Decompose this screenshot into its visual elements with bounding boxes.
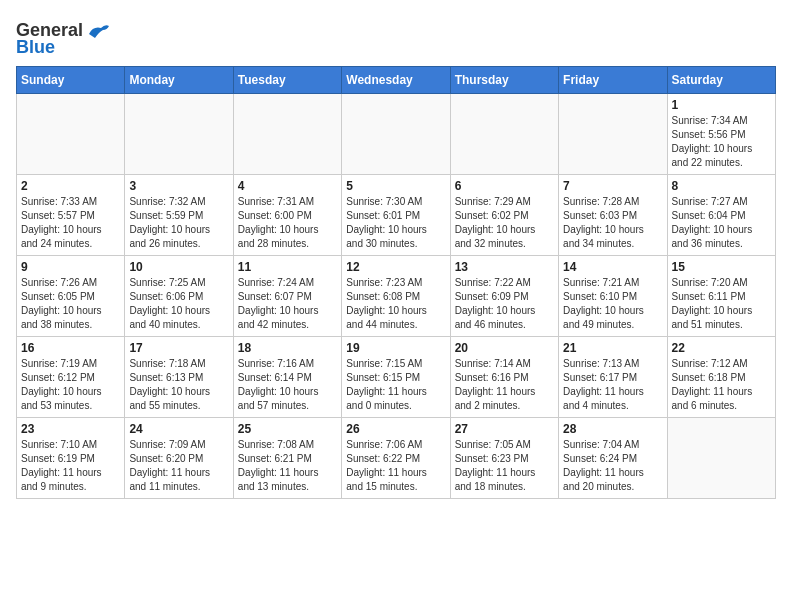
calendar-cell: 2Sunrise: 7:33 AMSunset: 5:57 PMDaylight… — [17, 175, 125, 256]
calendar-cell — [233, 94, 341, 175]
day-number: 21 — [563, 341, 662, 355]
day-info: Sunrise: 7:18 AMSunset: 6:13 PMDaylight:… — [129, 357, 228, 413]
day-info: Sunrise: 7:25 AMSunset: 6:06 PMDaylight:… — [129, 276, 228, 332]
weekday-header-thursday: Thursday — [450, 67, 558, 94]
day-number: 8 — [672, 179, 771, 193]
day-info: Sunrise: 7:19 AMSunset: 6:12 PMDaylight:… — [21, 357, 120, 413]
calendar-cell: 16Sunrise: 7:19 AMSunset: 6:12 PMDayligh… — [17, 337, 125, 418]
day-info: Sunrise: 7:10 AMSunset: 6:19 PMDaylight:… — [21, 438, 120, 494]
day-info: Sunrise: 7:28 AMSunset: 6:03 PMDaylight:… — [563, 195, 662, 251]
day-info: Sunrise: 7:24 AMSunset: 6:07 PMDaylight:… — [238, 276, 337, 332]
calendar-cell: 24Sunrise: 7:09 AMSunset: 6:20 PMDayligh… — [125, 418, 233, 499]
day-info: Sunrise: 7:26 AMSunset: 6:05 PMDaylight:… — [21, 276, 120, 332]
day-number: 26 — [346, 422, 445, 436]
calendar-cell — [17, 94, 125, 175]
calendar-cell: 7Sunrise: 7:28 AMSunset: 6:03 PMDaylight… — [559, 175, 667, 256]
day-info: Sunrise: 7:22 AMSunset: 6:09 PMDaylight:… — [455, 276, 554, 332]
calendar-cell: 28Sunrise: 7:04 AMSunset: 6:24 PMDayligh… — [559, 418, 667, 499]
day-number: 23 — [21, 422, 120, 436]
day-info: Sunrise: 7:08 AMSunset: 6:21 PMDaylight:… — [238, 438, 337, 494]
day-info: Sunrise: 7:23 AMSunset: 6:08 PMDaylight:… — [346, 276, 445, 332]
day-number: 20 — [455, 341, 554, 355]
day-number: 13 — [455, 260, 554, 274]
weekday-header-friday: Friday — [559, 67, 667, 94]
day-info: Sunrise: 7:29 AMSunset: 6:02 PMDaylight:… — [455, 195, 554, 251]
calendar: SundayMondayTuesdayWednesdayThursdayFrid… — [16, 66, 776, 499]
calendar-cell: 19Sunrise: 7:15 AMSunset: 6:15 PMDayligh… — [342, 337, 450, 418]
calendar-cell: 17Sunrise: 7:18 AMSunset: 6:13 PMDayligh… — [125, 337, 233, 418]
day-info: Sunrise: 7:14 AMSunset: 6:16 PMDaylight:… — [455, 357, 554, 413]
calendar-cell: 21Sunrise: 7:13 AMSunset: 6:17 PMDayligh… — [559, 337, 667, 418]
day-number: 2 — [21, 179, 120, 193]
calendar-cell — [450, 94, 558, 175]
calendar-cell: 23Sunrise: 7:10 AMSunset: 6:19 PMDayligh… — [17, 418, 125, 499]
day-info: Sunrise: 7:12 AMSunset: 6:18 PMDaylight:… — [672, 357, 771, 413]
day-number: 7 — [563, 179, 662, 193]
day-number: 6 — [455, 179, 554, 193]
logo-blue: Blue — [16, 37, 55, 58]
calendar-cell: 1Sunrise: 7:34 AMSunset: 5:56 PMDaylight… — [667, 94, 775, 175]
day-info: Sunrise: 7:20 AMSunset: 6:11 PMDaylight:… — [672, 276, 771, 332]
week-row-3: 9Sunrise: 7:26 AMSunset: 6:05 PMDaylight… — [17, 256, 776, 337]
logo-bird-icon — [87, 22, 109, 40]
day-number: 22 — [672, 341, 771, 355]
calendar-cell: 13Sunrise: 7:22 AMSunset: 6:09 PMDayligh… — [450, 256, 558, 337]
calendar-cell: 25Sunrise: 7:08 AMSunset: 6:21 PMDayligh… — [233, 418, 341, 499]
day-info: Sunrise: 7:06 AMSunset: 6:22 PMDaylight:… — [346, 438, 445, 494]
day-number: 9 — [21, 260, 120, 274]
day-info: Sunrise: 7:33 AMSunset: 5:57 PMDaylight:… — [21, 195, 120, 251]
calendar-cell: 14Sunrise: 7:21 AMSunset: 6:10 PMDayligh… — [559, 256, 667, 337]
day-number: 14 — [563, 260, 662, 274]
day-number: 16 — [21, 341, 120, 355]
day-number: 19 — [346, 341, 445, 355]
weekday-header-sunday: Sunday — [17, 67, 125, 94]
day-info: Sunrise: 7:30 AMSunset: 6:01 PMDaylight:… — [346, 195, 445, 251]
day-number: 12 — [346, 260, 445, 274]
day-number: 24 — [129, 422, 228, 436]
calendar-cell: 8Sunrise: 7:27 AMSunset: 6:04 PMDaylight… — [667, 175, 775, 256]
day-info: Sunrise: 7:16 AMSunset: 6:14 PMDaylight:… — [238, 357, 337, 413]
calendar-cell — [342, 94, 450, 175]
calendar-cell: 20Sunrise: 7:14 AMSunset: 6:16 PMDayligh… — [450, 337, 558, 418]
calendar-cell: 12Sunrise: 7:23 AMSunset: 6:08 PMDayligh… — [342, 256, 450, 337]
day-info: Sunrise: 7:34 AMSunset: 5:56 PMDaylight:… — [672, 114, 771, 170]
calendar-cell: 15Sunrise: 7:20 AMSunset: 6:11 PMDayligh… — [667, 256, 775, 337]
day-info: Sunrise: 7:04 AMSunset: 6:24 PMDaylight:… — [563, 438, 662, 494]
day-info: Sunrise: 7:05 AMSunset: 6:23 PMDaylight:… — [455, 438, 554, 494]
weekday-header-saturday: Saturday — [667, 67, 775, 94]
calendar-cell: 3Sunrise: 7:32 AMSunset: 5:59 PMDaylight… — [125, 175, 233, 256]
calendar-cell: 27Sunrise: 7:05 AMSunset: 6:23 PMDayligh… — [450, 418, 558, 499]
weekday-header-row: SundayMondayTuesdayWednesdayThursdayFrid… — [17, 67, 776, 94]
day-number: 4 — [238, 179, 337, 193]
calendar-cell: 6Sunrise: 7:29 AMSunset: 6:02 PMDaylight… — [450, 175, 558, 256]
day-info: Sunrise: 7:27 AMSunset: 6:04 PMDaylight:… — [672, 195, 771, 251]
calendar-cell: 22Sunrise: 7:12 AMSunset: 6:18 PMDayligh… — [667, 337, 775, 418]
logo: General Blue — [16, 20, 109, 58]
week-row-1: 1Sunrise: 7:34 AMSunset: 5:56 PMDaylight… — [17, 94, 776, 175]
week-row-4: 16Sunrise: 7:19 AMSunset: 6:12 PMDayligh… — [17, 337, 776, 418]
day-number: 1 — [672, 98, 771, 112]
header: General Blue — [16, 16, 776, 58]
weekday-header-wednesday: Wednesday — [342, 67, 450, 94]
calendar-cell: 4Sunrise: 7:31 AMSunset: 6:00 PMDaylight… — [233, 175, 341, 256]
day-number: 28 — [563, 422, 662, 436]
calendar-cell: 11Sunrise: 7:24 AMSunset: 6:07 PMDayligh… — [233, 256, 341, 337]
day-number: 3 — [129, 179, 228, 193]
week-row-2: 2Sunrise: 7:33 AMSunset: 5:57 PMDaylight… — [17, 175, 776, 256]
calendar-cell: 10Sunrise: 7:25 AMSunset: 6:06 PMDayligh… — [125, 256, 233, 337]
weekday-header-monday: Monday — [125, 67, 233, 94]
day-number: 5 — [346, 179, 445, 193]
day-number: 11 — [238, 260, 337, 274]
day-info: Sunrise: 7:13 AMSunset: 6:17 PMDaylight:… — [563, 357, 662, 413]
day-info: Sunrise: 7:09 AMSunset: 6:20 PMDaylight:… — [129, 438, 228, 494]
day-number: 27 — [455, 422, 554, 436]
calendar-cell: 5Sunrise: 7:30 AMSunset: 6:01 PMDaylight… — [342, 175, 450, 256]
day-info: Sunrise: 7:31 AMSunset: 6:00 PMDaylight:… — [238, 195, 337, 251]
day-number: 10 — [129, 260, 228, 274]
week-row-5: 23Sunrise: 7:10 AMSunset: 6:19 PMDayligh… — [17, 418, 776, 499]
day-number: 17 — [129, 341, 228, 355]
day-number: 15 — [672, 260, 771, 274]
day-info: Sunrise: 7:21 AMSunset: 6:10 PMDaylight:… — [563, 276, 662, 332]
day-info: Sunrise: 7:32 AMSunset: 5:59 PMDaylight:… — [129, 195, 228, 251]
calendar-cell — [125, 94, 233, 175]
